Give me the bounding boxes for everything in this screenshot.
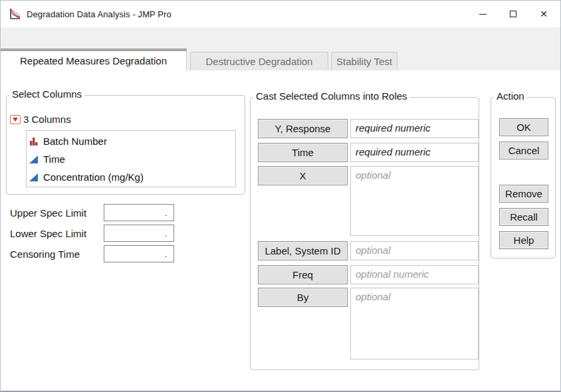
time-role-dropzone[interactable]: required numeric xyxy=(350,143,479,162)
continuous-column-icon xyxy=(29,155,39,164)
close-button[interactable]: ✕ xyxy=(528,1,559,27)
action-title: Action xyxy=(494,90,527,102)
nominal-column-icon xyxy=(29,137,39,146)
column-item-label: Concentration (mg/Kg) xyxy=(43,171,144,183)
select-columns-panel: Select Columns 3 Columns Batch Number xyxy=(6,95,245,195)
lower-spec-limit-row: Lower Spec Limit xyxy=(10,225,174,242)
upper-spec-limit-input[interactable] xyxy=(104,204,174,221)
by-role-dropzone[interactable]: optional xyxy=(350,288,479,359)
degradation-dialog-window: Degradation Data Analysis - JMP Pro ✕ Re… xyxy=(0,0,561,392)
recall-button[interactable]: Recall xyxy=(499,208,548,226)
by-role-button[interactable]: By xyxy=(258,288,348,307)
censoring-time-label: Censoring Time xyxy=(10,248,104,260)
column-item-label: Batch Number xyxy=(43,136,107,147)
select-columns-title: Select Columns xyxy=(9,88,84,100)
titlebar: Degradation Data Analysis - JMP Pro ✕ xyxy=(1,1,560,27)
maximize-button[interactable] xyxy=(498,1,528,27)
maximize-icon xyxy=(510,11,516,17)
cancel-button[interactable]: Cancel xyxy=(499,142,548,159)
columns-count-label: 3 Columns xyxy=(23,114,71,125)
degradation-curves-icon xyxy=(8,7,21,21)
column-item-batch-number[interactable]: Batch Number xyxy=(27,132,235,150)
time-role-button[interactable]: Time xyxy=(258,143,348,162)
close-icon: ✕ xyxy=(540,9,548,19)
minimize-icon xyxy=(479,14,487,15)
tab-destructive-degradation[interactable]: Destructive Degradation xyxy=(190,52,328,70)
columns-listbox: Batch Number Time Concentration (mg/Kg) xyxy=(26,130,236,187)
lower-spec-limit-label: Lower Spec Limit xyxy=(10,228,104,239)
cast-roles-panel: Cast Selected Columns into Roles Y, Resp… xyxy=(250,97,479,370)
lower-spec-limit-input[interactable] xyxy=(104,225,174,242)
cast-roles-title: Cast Selected Columns into Roles xyxy=(253,90,410,102)
column-item-concentration[interactable]: Concentration (mg/Kg) xyxy=(27,168,235,186)
column-item-time[interactable]: Time xyxy=(27,150,235,168)
y-response-dropzone[interactable]: required numeric xyxy=(350,119,479,138)
window-title: Degradation Data Analysis - JMP Pro xyxy=(27,9,171,19)
help-button[interactable]: Help xyxy=(499,231,548,249)
censoring-time-row: Censoring Time xyxy=(10,245,174,262)
continuous-column-icon xyxy=(29,173,39,182)
remove-button[interactable]: Remove xyxy=(499,185,548,203)
upper-spec-limit-label: Upper Spec Limit xyxy=(10,207,104,219)
censoring-time-input[interactable] xyxy=(104,245,174,262)
freq-role-button[interactable]: Freq xyxy=(258,265,348,284)
tab-stability-test[interactable]: Stability Test xyxy=(331,52,397,70)
columns-menu-row: 3 Columns xyxy=(10,114,71,125)
action-panel: Action OK Cancel Remove Recall Help xyxy=(491,97,556,258)
dialog-content: Select Columns 3 Columns Batch Number xyxy=(1,70,560,391)
window-controls: ✕ xyxy=(467,1,559,27)
ok-button[interactable]: OK xyxy=(499,118,548,136)
freq-role-dropzone[interactable]: optional numeric xyxy=(350,265,479,284)
red-triangle-menu-icon[interactable] xyxy=(10,115,21,124)
tab-repeated-measures-degradation[interactable]: Repeated Measures Degradation xyxy=(1,49,187,70)
x-role-button[interactable]: X xyxy=(258,166,348,185)
upper-spec-limit-row: Upper Spec Limit xyxy=(10,204,174,221)
label-system-id-dropzone[interactable]: optional xyxy=(350,241,479,260)
column-item-label: Time xyxy=(43,153,65,165)
x-role-dropzone[interactable]: optional xyxy=(350,166,479,236)
label-system-id-button[interactable]: Label, System ID xyxy=(258,241,348,260)
y-response-button[interactable]: Y, Response xyxy=(258,119,348,138)
minimize-button[interactable] xyxy=(467,1,498,27)
